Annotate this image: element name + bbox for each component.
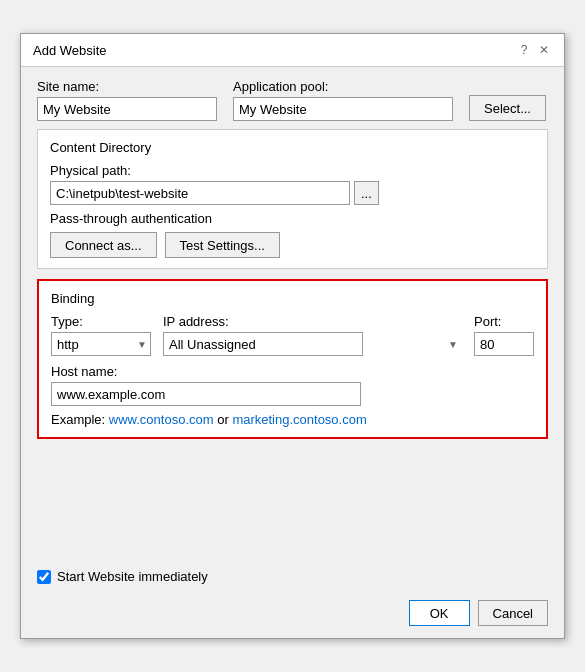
footer-area: Start Website immediately xyxy=(21,561,564,592)
test-settings-button[interactable]: Test Settings... xyxy=(165,232,280,258)
connect-as-button[interactable]: Connect as... xyxy=(50,232,157,258)
start-website-label: Start Website immediately xyxy=(57,569,208,584)
binding-row1: Type: http https ▼ IP address: All U xyxy=(51,314,534,356)
select-app-pool-button[interactable]: Select... xyxy=(469,95,546,121)
app-pool-input[interactable] xyxy=(233,97,453,121)
example-row: Example: www.contoso.com or marketing.co… xyxy=(51,412,534,427)
content-directory-section: Content Directory Physical path: ... Pas… xyxy=(37,129,548,269)
help-button[interactable]: ? xyxy=(516,42,532,58)
dialog-buttons: OK Cancel xyxy=(21,592,564,638)
browse-button[interactable]: ... xyxy=(354,181,379,205)
example-link-1[interactable]: www.contoso.com xyxy=(109,412,214,427)
app-pool-label: Application pool: xyxy=(233,79,453,94)
select-btn-group: Select... xyxy=(469,79,546,121)
site-name-group: Site name: xyxy=(37,79,217,121)
physical-path-label: Physical path: xyxy=(50,163,131,178)
title-bar-left: Add Website xyxy=(33,43,106,58)
ip-select[interactable]: All Unassigned xyxy=(163,332,363,356)
binding-title: Binding xyxy=(51,291,534,306)
port-label: Port: xyxy=(474,314,534,329)
hostname-input[interactable] xyxy=(51,382,361,406)
port-input[interactable] xyxy=(474,332,534,356)
ip-group: IP address: All Unassigned ▼ xyxy=(163,314,462,356)
type-label: Type: xyxy=(51,314,151,329)
example-or: or xyxy=(214,412,233,427)
cancel-button[interactable]: Cancel xyxy=(478,600,548,626)
type-select[interactable]: http https xyxy=(51,332,151,356)
content-directory-title: Content Directory xyxy=(50,140,535,155)
type-select-wrap: http https ▼ xyxy=(51,332,151,356)
site-name-input[interactable] xyxy=(37,97,217,121)
app-pool-group: Application pool: xyxy=(233,79,453,121)
start-website-checkbox[interactable] xyxy=(37,570,51,584)
example-prefix: Example: xyxy=(51,412,109,427)
auth-button-row: Connect as... Test Settings... xyxy=(50,232,535,258)
example-link-2[interactable]: marketing.contoso.com xyxy=(232,412,366,427)
start-website-row: Start Website immediately xyxy=(37,569,548,584)
port-group: Port: xyxy=(474,314,534,356)
physical-path-input[interactable] xyxy=(50,181,350,205)
ok-button[interactable]: OK xyxy=(409,600,470,626)
hostname-group: Host name: xyxy=(51,364,534,406)
type-group: Type: http https ▼ xyxy=(51,314,151,356)
dialog-title: Add Website xyxy=(33,43,106,58)
dialog-body: Site name: Application pool: Select... C… xyxy=(21,67,564,561)
site-name-label: Site name: xyxy=(37,79,217,94)
binding-section: Binding Type: http https ▼ IP address: xyxy=(37,279,548,439)
hostname-label: Host name: xyxy=(51,364,534,379)
title-bar-controls: ? ✕ xyxy=(516,42,552,58)
ip-select-wrap: All Unassigned ▼ xyxy=(163,332,462,356)
ip-address-label: IP address: xyxy=(163,314,462,329)
title-bar: Add Website ? ✕ xyxy=(21,34,564,67)
auth-label: Pass-through authentication xyxy=(50,211,535,226)
physical-path-row: ... xyxy=(50,181,535,205)
site-app-row: Site name: Application pool: Select... xyxy=(37,79,548,121)
close-button[interactable]: ✕ xyxy=(536,42,552,58)
add-website-dialog: Add Website ? ✕ Site name: Application p… xyxy=(20,33,565,639)
ip-select-arrow-icon: ▼ xyxy=(448,339,458,350)
empty-space xyxy=(37,449,548,549)
